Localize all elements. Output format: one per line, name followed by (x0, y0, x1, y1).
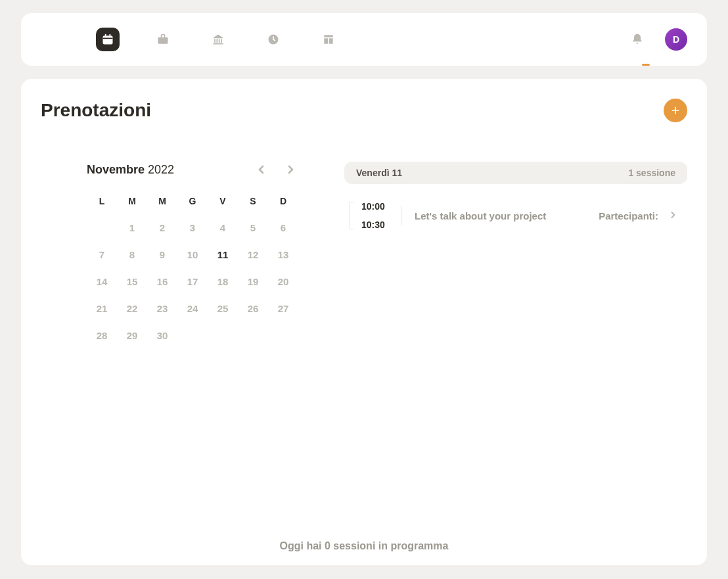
calendar-day[interactable]: 14 (87, 276, 117, 287)
sessions-section: Venerdì 11 1 sessione 10:0010:30Let's ta… (344, 162, 687, 341)
nav-clock[interactable] (262, 28, 285, 51)
calendar-next-icon[interactable] (283, 162, 298, 177)
svg-rect-6 (217, 39, 218, 43)
sessions-list: 10:0010:30Let's talk about your projectP… (344, 196, 687, 235)
user-avatar[interactable]: D (665, 28, 687, 51)
session-title: Let's talk about your project (415, 210, 599, 221)
svg-rect-8 (221, 39, 222, 43)
svg-rect-3 (103, 38, 113, 39)
nav-layout[interactable] (317, 28, 340, 51)
calendar-weekday: S (238, 196, 268, 206)
nav-calendar[interactable] (96, 28, 120, 51)
calendar-weekday: M (147, 196, 177, 206)
calendar-weekday: M (117, 196, 147, 206)
chevron-right-icon (670, 210, 675, 221)
svg-rect-5 (214, 39, 216, 43)
page-title: Prenotazioni (41, 100, 151, 121)
calendar-day[interactable]: 2 (147, 222, 177, 233)
session-end-time: 10:30 (361, 220, 389, 230)
session-participants-label: Partecipanti: (599, 210, 658, 221)
calendar-day[interactable]: 22 (117, 303, 147, 314)
topbar: D (21, 13, 707, 66)
notification-indicator (642, 64, 650, 66)
calendar-grid: LMMGVSD123456789101112131415161718192021… (87, 196, 298, 341)
calendar-day[interactable]: 12 (238, 249, 268, 260)
calendar-day[interactable]: 26 (238, 303, 268, 314)
session-bracket (350, 202, 353, 229)
calendar-day[interactable]: 10 (177, 249, 208, 260)
calendar-day[interactable]: 18 (208, 276, 238, 287)
calendar-day[interactable]: 7 (87, 249, 117, 260)
add-booking-button[interactable] (664, 99, 687, 122)
calendar-weekday: G (177, 196, 208, 206)
calendar-day[interactable]: 30 (147, 330, 177, 341)
session-divider (401, 206, 401, 225)
calendar-day (87, 222, 117, 233)
svg-rect-9 (214, 43, 223, 45)
calendar-day[interactable]: 8 (117, 249, 147, 260)
topbar-left (41, 28, 340, 51)
session-start-time: 10:00 (361, 201, 389, 212)
calendar-day[interactable]: 25 (208, 303, 238, 314)
svg-rect-2 (110, 34, 111, 36)
calendar-weekday: D (268, 196, 298, 206)
calendar-year: 2022 (148, 163, 174, 176)
calendar-day[interactable]: 3 (177, 222, 208, 233)
calendar-month: Novembre (87, 163, 145, 176)
session-item[interactable]: 10:0010:30Let's talk about your projectP… (344, 196, 687, 235)
calendar-day[interactable]: 17 (177, 276, 208, 287)
svg-rect-0 (103, 35, 113, 44)
sessions-header: Venerdì 11 1 sessione (344, 162, 687, 184)
session-times: 10:0010:30 (361, 201, 389, 230)
calendar-month-year: Novembre 2022 (87, 163, 174, 177)
calendar-prev-icon[interactable] (254, 162, 269, 177)
notifications-icon[interactable] (631, 33, 644, 46)
sessions-count-label: 1 sessione (628, 168, 675, 178)
calendar-day[interactable]: 27 (268, 303, 298, 314)
calendar-day[interactable]: 15 (117, 276, 147, 287)
main-panel: Prenotazioni Novembre 2022 (21, 79, 707, 565)
nav-briefcase[interactable] (151, 28, 175, 51)
calendar-day[interactable]: 5 (238, 222, 268, 233)
calendar-day[interactable]: 13 (268, 249, 298, 260)
calendar-day[interactable]: 23 (147, 303, 177, 314)
calendar-day[interactable]: 20 (268, 276, 298, 287)
topbar-right: D (631, 28, 687, 51)
nav-bank[interactable] (206, 28, 230, 51)
calendar-day[interactable]: 28 (87, 330, 117, 341)
content-row: Novembre 2022 LMMGVSD1234567891011121314… (41, 162, 687, 341)
calendar-weekday: V (208, 196, 238, 206)
calendar-day[interactable]: 29 (117, 330, 147, 341)
sessions-date-label: Venerdì 11 (356, 168, 402, 178)
svg-rect-1 (105, 34, 106, 36)
calendar-day[interactable]: 16 (147, 276, 177, 287)
calendar-nav-group (254, 162, 298, 177)
calendar-day[interactable]: 1 (117, 222, 147, 233)
calendar-day[interactable]: 9 (147, 249, 177, 260)
calendar-header: Novembre 2022 (87, 162, 298, 177)
calendar-day[interactable]: 24 (177, 303, 208, 314)
panel-header: Prenotazioni (41, 99, 687, 122)
calendar: Novembre 2022 LMMGVSD1234567891011121314… (41, 162, 298, 341)
calendar-day[interactable]: 6 (268, 222, 298, 233)
svg-rect-11 (324, 35, 332, 37)
calendar-day[interactable]: 21 (87, 303, 117, 314)
svg-rect-7 (219, 39, 220, 43)
svg-rect-12 (324, 38, 328, 43)
calendar-day[interactable]: 11 (208, 249, 238, 260)
svg-rect-4 (158, 37, 168, 44)
footer-summary: Oggi hai 0 sessioni in programma (21, 540, 707, 552)
calendar-day[interactable]: 19 (238, 276, 268, 287)
svg-rect-13 (329, 38, 333, 43)
calendar-weekday: L (87, 196, 117, 206)
calendar-day[interactable]: 4 (208, 222, 238, 233)
app-logo[interactable] (41, 28, 64, 51)
